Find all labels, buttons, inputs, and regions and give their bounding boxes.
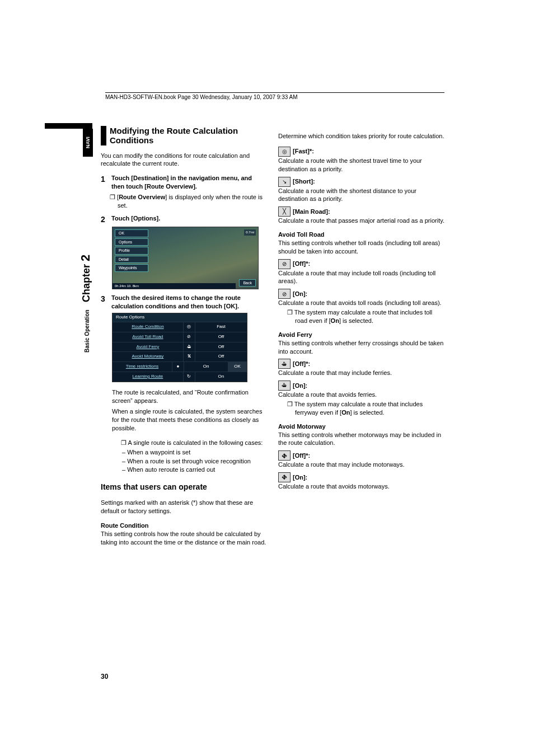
step-2-title: Touch [Options]. xyxy=(111,215,160,222)
step-3-title: Touch the desired items to change the ro… xyxy=(111,294,241,309)
map-menu-item[interactable]: OK xyxy=(115,229,148,237)
asterisk-note: Settings marked with an asterisk (*) sho… xyxy=(101,499,267,515)
ok-button[interactable]: OK xyxy=(228,362,247,372)
row-label[interactable]: Learning Route xyxy=(113,372,184,382)
ferry-off-icon: ⛴ xyxy=(278,359,291,369)
step-2: 2 Touch [Options]. xyxy=(101,214,267,225)
motorway-on-desc: Calculate a route that avoids motorways. xyxy=(278,482,444,491)
main-road-desc: Calculate a route that passes major arte… xyxy=(278,217,444,225)
case-voice: When a route is set through voice recogn… xyxy=(112,457,267,466)
chapter-number: 2 xyxy=(78,255,92,261)
fast-label: [Fast]*: xyxy=(293,147,314,156)
row-label[interactable]: Avoid Toll Road xyxy=(113,332,184,342)
map-menu-item[interactable]: Detail xyxy=(115,256,148,263)
table-row: Avoid Ferry ⛴ Off xyxy=(113,342,247,352)
print-header: MAN-HD3-SOFTW-EN.book Page 30 Wednesday,… xyxy=(105,92,444,100)
fast-desc: Calculate a route with the shortest trav… xyxy=(278,157,444,173)
ferry-off-desc: Calculate a route that may include ferri… xyxy=(278,369,444,377)
case-waypoint: When a waypoint is set xyxy=(112,448,267,457)
step-number: 3 xyxy=(101,294,110,304)
toll-note-post: ] is selected. xyxy=(339,317,373,324)
route-overview-keyword: Route Overview xyxy=(119,194,165,200)
section-heading: Modifying the Route Calculation Conditio… xyxy=(101,126,267,145)
cases-bullet: A single route is calculated in the foll… xyxy=(112,439,267,447)
step-1-title: Touch [Destination] in the navigation me… xyxy=(111,175,252,190)
table-row: Route Condition ◎ Fast xyxy=(113,322,247,332)
ferry-on-label: [On]: xyxy=(293,382,307,390)
step-number: 2 xyxy=(101,214,110,225)
step-1-note: [Route Overview] is displayed only when … xyxy=(101,193,267,210)
toll-note: The system may calculate a route that in… xyxy=(278,308,444,325)
left-column: Modifying the Route Calculation Conditio… xyxy=(101,126,267,683)
priority-intro: Determine which condition takes priority… xyxy=(278,132,444,140)
main-road-icon: ╳ xyxy=(278,206,291,217)
fast-icon: ◎ xyxy=(278,147,291,157)
route-options-title: Route Options xyxy=(113,313,247,322)
motorway-on-option: ⛖ [On]: xyxy=(278,472,444,482)
toll-on-option: ⊘ [On]: xyxy=(278,289,444,299)
ferry-note-bold: On xyxy=(341,409,350,416)
row-label[interactable]: Time restrictions xyxy=(113,362,172,372)
intro-text: You can modify the conditions for route … xyxy=(101,152,267,168)
ferry-on-option: ⛴ [On]: xyxy=(278,381,444,391)
route-options-screenshot: Route Options Route Condition ◎ Fast Avo… xyxy=(112,313,247,382)
avoid-motorway-desc: This setting controls whether motorways … xyxy=(278,431,444,448)
motorway-off-label: [Off]*: xyxy=(293,452,310,460)
table-row: Avoid Toll Road ⊘ Off xyxy=(113,332,247,342)
case-reroute: When auto reroute is carried out xyxy=(112,466,267,474)
row-icon: ⛕ xyxy=(184,352,195,361)
short-label: [Short]: xyxy=(293,177,315,186)
row-icon: ↻ xyxy=(184,372,195,382)
step-1: 1 Touch [Destination] in the navigation … xyxy=(101,174,267,191)
row-label[interactable]: Avoid Motorway xyxy=(113,352,184,361)
map-distance-badge: 0.7mi xyxy=(244,229,256,235)
toll-off-option: ⊘ [Off]*: xyxy=(278,259,444,269)
toll-on-icon: ⊘ xyxy=(278,289,291,299)
ferry-note: The system may calculate a route that in… xyxy=(278,400,444,417)
table-row: Time restrictions ● On OK xyxy=(113,361,247,372)
route-condition-desc: This setting controls how the route shou… xyxy=(101,530,267,547)
page-number: 30 xyxy=(101,673,108,680)
step-number: 1 xyxy=(101,174,110,185)
ferry-on-icon: ⛴ xyxy=(278,381,291,391)
toll-off-label: [Off]*: xyxy=(293,260,310,268)
map-menu-item[interactable]: Profile xyxy=(115,247,148,254)
row-value: On xyxy=(184,362,228,372)
row-label[interactable]: Avoid Ferry xyxy=(113,342,184,352)
items-heading: Items that users can operate xyxy=(101,482,267,492)
map-back-button[interactable]: Back xyxy=(239,279,256,287)
avoid-ferry-desc: This setting controls whether ferry cros… xyxy=(278,339,444,356)
motorway-off-option: ⛖ [Off]*: xyxy=(278,450,444,461)
route-condition-heading: Route Condition xyxy=(101,522,267,530)
short-option: ↘ [Short]: xyxy=(278,177,444,187)
map-menu-item[interactable]: Options xyxy=(115,238,148,246)
row-icon: ⛴ xyxy=(184,342,195,352)
short-desc: Calculate a route with the shortest dist… xyxy=(278,187,444,204)
toll-note-bold: On xyxy=(331,317,339,324)
motorway-off-desc: Calculate a route that may include motor… xyxy=(278,461,444,469)
map-status-bar: 0h 24m 10. 8km xyxy=(113,283,236,289)
ferry-on-desc: Calculate a route that avoids ferries. xyxy=(278,391,444,399)
toll-on-label: [On]: xyxy=(293,290,307,298)
toll-off-desc: Calculate a route that may include toll … xyxy=(278,269,444,286)
content-area: Modifying the Route Calculation Conditio… xyxy=(101,126,444,683)
fast-option: ◎ [Fast]*: xyxy=(278,147,444,157)
motorway-off-icon: ⛖ xyxy=(278,450,291,461)
row-value: Off xyxy=(195,332,247,342)
motorway-on-label: [On]: xyxy=(293,473,307,482)
single-route-text: When a single route is calculated, the s… xyxy=(112,407,267,433)
row-value: Off xyxy=(195,342,247,352)
map-menu-item[interactable]: Waypoints xyxy=(115,264,148,271)
row-value: Off xyxy=(195,352,247,361)
row-label[interactable]: Route Condition xyxy=(113,322,184,332)
row-value: Fast xyxy=(195,322,247,332)
toll-on-desc: Calculate a route that avoids toll roads… xyxy=(278,299,444,307)
navi-tab: NAVI xyxy=(83,129,93,157)
step-3: 3 Touch the desired items to change the … xyxy=(101,294,267,311)
ferry-off-option: ⛴ [Off]*: xyxy=(278,359,444,369)
recalc-text: The route is recalculated, and “Route co… xyxy=(112,388,267,405)
avoid-toll-desc: This setting controls whether toll roads… xyxy=(278,239,444,256)
row-icon: ◎ xyxy=(184,322,195,332)
ferry-note-post: ] is selected. xyxy=(350,409,384,416)
short-icon: ↘ xyxy=(278,177,291,187)
